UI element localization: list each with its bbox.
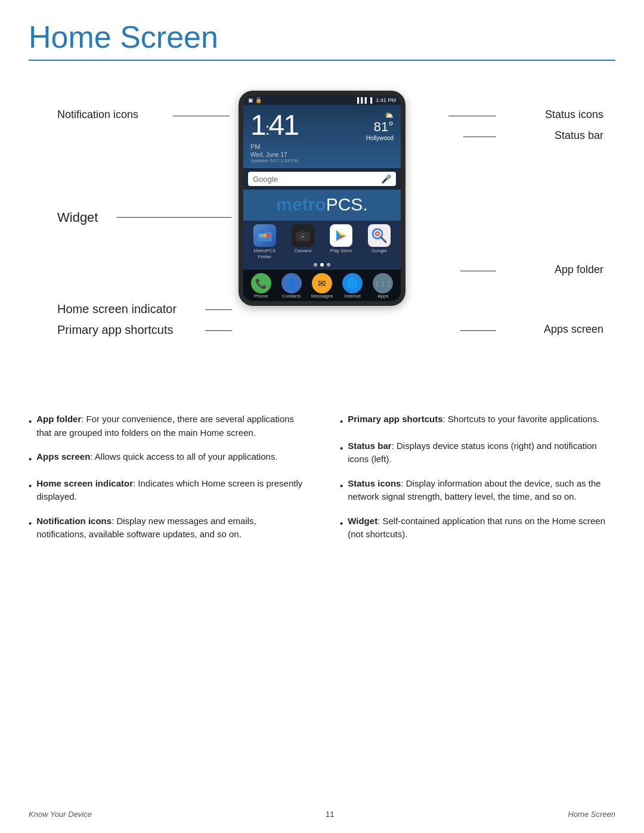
playstore-label: Play Store [330, 248, 352, 254]
internet-label: Internet [345, 293, 361, 299]
phone-emoji: 📞 [255, 278, 267, 289]
shortcut-messages[interactable]: ✉ Messages [308, 273, 336, 299]
line-primary-shortcuts [205, 330, 232, 331]
bullet-dot-7: • [340, 479, 343, 504]
contacts-icon: 👤 [281, 273, 302, 293]
footer-page-number: 11 [326, 810, 334, 819]
desc-column-right: • Primary app shortcuts: Shortcuts to yo… [340, 413, 615, 541]
weather-temp: 81° [366, 119, 394, 135]
desc-apps-screen-text: Apps screen: Allows quick access to all … [36, 450, 277, 466]
status-left-icons: ▣ 🔒 [248, 97, 262, 103]
svg-point-8 [302, 236, 304, 238]
bullet-dot-6: • [340, 442, 343, 466]
indicator-dot-2 [320, 263, 324, 267]
bullet-dot-2: • [29, 453, 32, 466]
contacts-emoji: 👤 [286, 278, 298, 289]
search-text: Google [253, 175, 278, 184]
folder-svg [256, 227, 273, 244]
apps-label: Apps [377, 293, 388, 299]
camera-icon [292, 224, 314, 247]
notification-icon-1: ▣ [248, 97, 253, 103]
google-icon [368, 224, 391, 247]
metro-logo-area: metroPCS. [243, 190, 401, 221]
line-status-icons [448, 116, 496, 116]
shortcut-apps[interactable]: ⋮⋮⋮ Apps [369, 273, 397, 299]
weather-icon: ⛅ [366, 111, 394, 119]
playstore-icon [330, 224, 352, 247]
desc-home-indicator-text: Home screen indicator: Indicates which H… [36, 477, 304, 504]
weather-block: ⛅ 81° Hollywood [366, 111, 394, 141]
label-status-icons: Status icons [545, 109, 603, 121]
notification-icon-2: 🔒 [255, 97, 262, 103]
svg-rect-1 [258, 231, 265, 233]
apps-icon: ⋮⋮⋮ [373, 273, 393, 293]
desc-home-indicator: • Home screen indicator: Indicates which… [29, 477, 304, 504]
label-app-folder: App folder [555, 264, 603, 276]
header-divider [29, 60, 615, 61]
google-label: Google [371, 248, 387, 254]
desc-widget: • Widget: Self-contained application tha… [340, 515, 615, 541]
desc-status-icons-text: Status icons: Display information about … [348, 477, 615, 504]
desc-primary-shortcuts-text: Primary app shortcuts: Shortcuts to your… [348, 413, 599, 429]
svg-line-16 [381, 237, 386, 242]
shortcut-internet[interactable]: 🌐 Internet [339, 273, 366, 299]
label-home-indicator: Home screen indicator [57, 302, 177, 316]
phone-icon: 📞 [251, 273, 271, 293]
google-search-bar[interactable]: Google 🎤 [248, 172, 396, 186]
indicator-dot-1 [314, 263, 317, 267]
clock-date: Wed, June 17 [250, 151, 298, 158]
weather-city: Hollywood [366, 135, 394, 141]
bullet-dot-4: • [29, 517, 32, 541]
shortcut-contacts[interactable]: 👤 Contacts [278, 273, 305, 299]
contacts-label: Contacts [282, 293, 301, 299]
messages-emoji: ✉ [318, 278, 326, 289]
diagram-area: Notification icons Widget Home screen in… [29, 73, 615, 395]
desc-notification-icons: • Notification icons: Display new messag… [29, 515, 304, 541]
app-icon-camera[interactable]: Camera [287, 224, 318, 259]
label-notification-icons: Notification icons [57, 109, 138, 121]
line-widget [117, 217, 231, 218]
home-indicators [243, 261, 401, 269]
bullet-dot-3: • [29, 479, 32, 504]
messages-label: Messages [311, 293, 333, 299]
app-icon-metropcs[interactable]: MetroPCSFolder [249, 224, 280, 259]
metro-text: metro [276, 194, 326, 214]
line-app-folder [460, 271, 496, 271]
desc-apps-screen: • Apps screen: Allows quick access to al… [29, 450, 304, 466]
signal-icon: ▌▌▌ [357, 97, 369, 103]
clock-updated: Updated 5/17 1:34 PM [250, 158, 298, 163]
clock-widget: 1:41 PM Wed, June 17 Updated 5/17 1:34 P… [243, 105, 401, 168]
footer-left: Know Your Device [29, 810, 92, 819]
apps-grid-icon: ⋮⋮⋮ [374, 280, 392, 287]
status-bar: ▣ 🔒 ▌▌▌ ▌ 1:41 PM [243, 95, 401, 105]
shortcut-phone[interactable]: 📞 Phone [247, 273, 275, 299]
mic-icon: 🎤 [381, 174, 391, 184]
app-icon-google[interactable]: Google [364, 224, 395, 259]
metropcs-folder-icon [253, 224, 276, 247]
desc-app-folder: • App folder: For your convenience, ther… [29, 413, 304, 439]
clock-pm: PM [250, 143, 298, 150]
primary-shortcuts-bar: 📞 Phone 👤 Contacts ✉ Messages [243, 269, 401, 301]
camera-svg [295, 227, 311, 244]
label-status-bar: Status bar [555, 129, 603, 142]
pcs-text: PCS. [326, 194, 368, 214]
bullet-dot-8: • [340, 517, 343, 541]
desc-app-folder-text: App folder: For your convenience, there … [36, 413, 304, 439]
metropcs-label: MetroPCSFolder [254, 248, 276, 259]
desc-column-left: • App folder: For your convenience, ther… [29, 413, 304, 541]
desc-widget-text: Widget: Self-contained application that … [348, 515, 615, 541]
app-icon-playstore[interactable]: Play Store [326, 224, 357, 259]
label-apps-screen: Apps screen [544, 323, 603, 336]
status-right-icons: ▌▌▌ ▌ 1:41 PM [357, 97, 396, 103]
metro-logo: metroPCS. [243, 194, 401, 215]
line-home-indicator [205, 309, 232, 310]
bullet-dot-5: • [340, 415, 343, 429]
battery-icon: ▌ [370, 97, 374, 103]
svg-rect-9 [300, 231, 304, 233]
page-footer: Know Your Device 11 Home Screen [29, 810, 615, 819]
desc-status-bar: • Status bar: Displays device status ico… [340, 439, 615, 466]
line-notification [173, 116, 230, 116]
desc-status-bar-text: Status bar: Displays device status icons… [348, 439, 615, 466]
line-status-bar [463, 137, 496, 137]
line-apps-screen [460, 330, 496, 331]
